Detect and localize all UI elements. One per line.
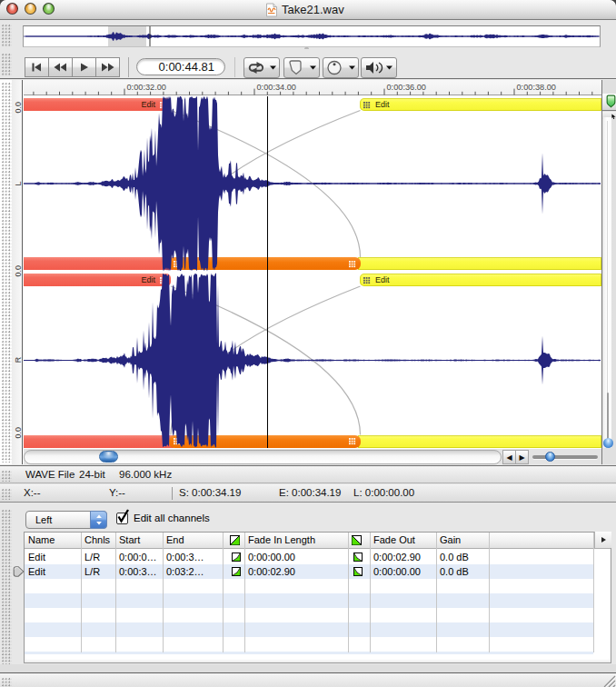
svg-text:0:00:36.00: 0:00:36.00 xyxy=(387,83,426,92)
svg-text:0:00:32.00: 0:00:32.00 xyxy=(127,83,166,92)
svg-text:0:00:38.00: 0:00:38.00 xyxy=(517,83,556,92)
svg-text:0:00:34.00: 0:00:34.00 xyxy=(257,83,296,92)
